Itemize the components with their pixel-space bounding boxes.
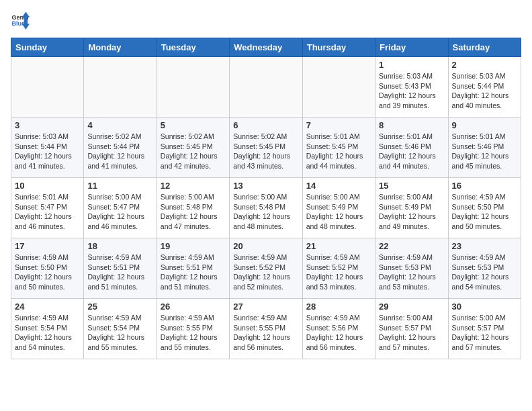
svg-text:Blue: Blue bbox=[11, 20, 25, 27]
day-number: 4 bbox=[87, 120, 152, 130]
day-info: Sunrise: 4:59 AM Sunset: 5:54 PM Dayligh… bbox=[87, 313, 152, 353]
day-number: 1 bbox=[379, 60, 444, 70]
day-info: Sunrise: 5:03 AM Sunset: 5:43 PM Dayligh… bbox=[379, 71, 444, 111]
day-info: Sunrise: 5:02 AM Sunset: 5:44 PM Dayligh… bbox=[87, 132, 152, 171]
day-number: 25 bbox=[87, 302, 152, 312]
day-info: Sunrise: 4:59 AM Sunset: 5:55 PM Dayligh… bbox=[161, 313, 226, 353]
day-cell: 4Sunrise: 5:02 AM Sunset: 5:44 PM Daylig… bbox=[84, 118, 157, 178]
day-info: Sunrise: 5:00 AM Sunset: 5:47 PM Dayligh… bbox=[87, 192, 152, 232]
day-cell: 27Sunrise: 4:59 AM Sunset: 5:55 PM Dayli… bbox=[230, 299, 302, 359]
day-info: Sunrise: 5:00 AM Sunset: 5:48 PM Dayligh… bbox=[233, 192, 298, 232]
day-number: 13 bbox=[233, 181, 298, 191]
day-info: Sunrise: 4:59 AM Sunset: 5:52 PM Dayligh… bbox=[233, 253, 298, 292]
day-info: Sunrise: 5:01 AM Sunset: 5:46 PM Dayligh… bbox=[379, 132, 444, 171]
day-cell: 8Sunrise: 5:01 AM Sunset: 5:46 PM Daylig… bbox=[375, 118, 448, 178]
day-info: Sunrise: 4:59 AM Sunset: 5:53 PM Dayligh… bbox=[379, 253, 444, 292]
day-cell: 29Sunrise: 5:00 AM Sunset: 5:57 PM Dayli… bbox=[375, 299, 448, 359]
day-number: 2 bbox=[452, 60, 517, 70]
day-cell: 14Sunrise: 5:00 AM Sunset: 5:49 PM Dayli… bbox=[302, 178, 375, 238]
day-info: Sunrise: 5:01 AM Sunset: 5:45 PM Dayligh… bbox=[306, 132, 371, 171]
day-number: 24 bbox=[15, 302, 80, 312]
day-cell: 9Sunrise: 5:01 AM Sunset: 5:46 PM Daylig… bbox=[448, 118, 521, 178]
day-cell: 2Sunrise: 5:03 AM Sunset: 5:44 PM Daylig… bbox=[448, 57, 521, 118]
day-cell bbox=[11, 57, 84, 118]
day-number: 12 bbox=[161, 181, 226, 191]
day-number: 16 bbox=[452, 181, 517, 191]
day-cell: 16Sunrise: 4:59 AM Sunset: 5:50 PM Dayli… bbox=[448, 178, 521, 238]
day-cell: 21Sunrise: 4:59 AM Sunset: 5:52 PM Dayli… bbox=[302, 238, 375, 299]
day-info: Sunrise: 5:02 AM Sunset: 5:45 PM Dayligh… bbox=[233, 132, 298, 171]
day-cell: 13Sunrise: 5:00 AM Sunset: 5:48 PM Dayli… bbox=[230, 178, 302, 238]
col-header-thursday: Thursday bbox=[302, 38, 375, 57]
col-header-wednesday: Wednesday bbox=[230, 38, 302, 57]
day-number: 6 bbox=[233, 120, 298, 130]
day-info: Sunrise: 4:59 AM Sunset: 5:51 PM Dayligh… bbox=[161, 253, 226, 292]
day-cell: 3Sunrise: 5:03 AM Sunset: 5:44 PM Daylig… bbox=[11, 118, 84, 178]
day-info: Sunrise: 4:59 AM Sunset: 5:50 PM Dayligh… bbox=[15, 253, 80, 292]
day-cell: 30Sunrise: 5:00 AM Sunset: 5:57 PM Dayli… bbox=[448, 299, 521, 359]
day-cell bbox=[84, 57, 157, 118]
day-number: 19 bbox=[161, 241, 226, 251]
day-cell bbox=[157, 57, 229, 118]
day-number: 11 bbox=[87, 181, 152, 191]
day-number: 27 bbox=[233, 302, 298, 312]
day-info: Sunrise: 4:59 AM Sunset: 5:55 PM Dayligh… bbox=[233, 313, 298, 353]
day-cell: 15Sunrise: 5:00 AM Sunset: 5:49 PM Dayli… bbox=[375, 178, 448, 238]
day-number: 8 bbox=[379, 120, 444, 130]
day-number: 20 bbox=[233, 241, 298, 251]
col-header-monday: Monday bbox=[84, 38, 157, 57]
day-cell bbox=[302, 57, 375, 118]
day-cell: 11Sunrise: 5:00 AM Sunset: 5:47 PM Dayli… bbox=[84, 178, 157, 238]
day-info: Sunrise: 5:00 AM Sunset: 5:57 PM Dayligh… bbox=[379, 313, 444, 353]
day-cell: 20Sunrise: 4:59 AM Sunset: 5:52 PM Dayli… bbox=[230, 238, 302, 299]
day-info: Sunrise: 5:00 AM Sunset: 5:49 PM Dayligh… bbox=[379, 192, 444, 232]
day-number: 21 bbox=[306, 241, 371, 251]
day-cell: 10Sunrise: 5:01 AM Sunset: 5:47 PM Dayli… bbox=[11, 178, 84, 238]
day-number: 30 bbox=[452, 302, 517, 312]
day-cell: 26Sunrise: 4:59 AM Sunset: 5:55 PM Dayli… bbox=[157, 299, 229, 359]
day-info: Sunrise: 4:59 AM Sunset: 5:56 PM Dayligh… bbox=[306, 313, 371, 353]
week-row-3: 10Sunrise: 5:01 AM Sunset: 5:47 PM Dayli… bbox=[11, 178, 521, 238]
calendar-header: SundayMondayTuesdayWednesdayThursdayFrid… bbox=[11, 38, 521, 57]
day-number: 18 bbox=[87, 241, 152, 251]
calendar-table: SundayMondayTuesdayWednesdayThursdayFrid… bbox=[11, 38, 521, 359]
day-number: 28 bbox=[306, 302, 371, 312]
day-info: Sunrise: 5:03 AM Sunset: 5:44 PM Dayligh… bbox=[15, 132, 80, 171]
day-number: 22 bbox=[379, 241, 444, 251]
day-info: Sunrise: 5:02 AM Sunset: 5:45 PM Dayligh… bbox=[161, 132, 226, 171]
day-cell: 7Sunrise: 5:01 AM Sunset: 5:45 PM Daylig… bbox=[302, 118, 375, 178]
day-number: 3 bbox=[15, 120, 80, 130]
col-header-sunday: Sunday bbox=[11, 38, 84, 57]
day-cell: 17Sunrise: 4:59 AM Sunset: 5:50 PM Dayli… bbox=[11, 238, 84, 299]
day-info: Sunrise: 5:03 AM Sunset: 5:44 PM Dayligh… bbox=[452, 71, 517, 111]
logo: General Blue bbox=[11, 11, 30, 30]
day-info: Sunrise: 4:59 AM Sunset: 5:52 PM Dayligh… bbox=[306, 253, 371, 292]
day-cell: 1Sunrise: 5:03 AM Sunset: 5:43 PM Daylig… bbox=[375, 57, 448, 118]
week-row-5: 24Sunrise: 4:59 AM Sunset: 5:54 PM Dayli… bbox=[11, 299, 521, 359]
day-cell: 12Sunrise: 5:00 AM Sunset: 5:48 PM Dayli… bbox=[157, 178, 229, 238]
day-cell: 18Sunrise: 4:59 AM Sunset: 5:51 PM Dayli… bbox=[84, 238, 157, 299]
day-number: 15 bbox=[379, 181, 444, 191]
day-cell: 28Sunrise: 4:59 AM Sunset: 5:56 PM Dayli… bbox=[302, 299, 375, 359]
day-cell: 5Sunrise: 5:02 AM Sunset: 5:45 PM Daylig… bbox=[157, 118, 229, 178]
day-cell: 23Sunrise: 4:59 AM Sunset: 5:53 PM Dayli… bbox=[448, 238, 521, 299]
day-number: 17 bbox=[15, 241, 80, 251]
day-number: 7 bbox=[306, 120, 371, 130]
day-cell: 6Sunrise: 5:02 AM Sunset: 5:45 PM Daylig… bbox=[230, 118, 302, 178]
header: General Blue bbox=[11, 11, 521, 30]
day-info: Sunrise: 5:01 AM Sunset: 5:47 PM Dayligh… bbox=[15, 192, 80, 232]
day-info: Sunrise: 4:59 AM Sunset: 5:50 PM Dayligh… bbox=[452, 192, 517, 232]
day-cell: 24Sunrise: 4:59 AM Sunset: 5:54 PM Dayli… bbox=[11, 299, 84, 359]
day-number: 29 bbox=[379, 302, 444, 312]
day-number: 23 bbox=[452, 241, 517, 251]
col-header-saturday: Saturday bbox=[448, 38, 521, 57]
day-number: 10 bbox=[15, 181, 80, 191]
day-info: Sunrise: 4:59 AM Sunset: 5:54 PM Dayligh… bbox=[15, 313, 80, 353]
day-info: Sunrise: 5:00 AM Sunset: 5:49 PM Dayligh… bbox=[306, 192, 371, 232]
day-cell: 25Sunrise: 4:59 AM Sunset: 5:54 PM Dayli… bbox=[84, 299, 157, 359]
day-number: 14 bbox=[306, 181, 371, 191]
logo-icon: General Blue bbox=[11, 11, 30, 30]
day-number: 9 bbox=[452, 120, 517, 130]
day-cell: 19Sunrise: 4:59 AM Sunset: 5:51 PM Dayli… bbox=[157, 238, 229, 299]
day-info: Sunrise: 5:01 AM Sunset: 5:46 PM Dayligh… bbox=[452, 132, 517, 171]
